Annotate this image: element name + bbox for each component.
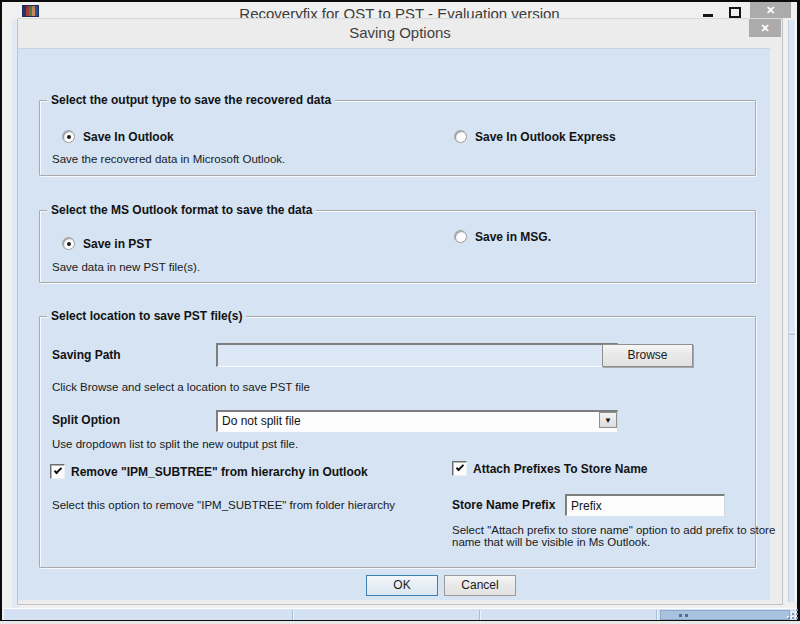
radio-save-in-outlook-express[interactable] — [454, 130, 467, 143]
app-icon — [22, 5, 39, 17]
statusbar-separator — [656, 610, 657, 620]
attach-prefix-label[interactable]: Attach Prefixes To Store Name — [473, 462, 648, 476]
cancel-button[interactable]: Cancel — [444, 575, 516, 596]
location-group-title: Select location to save PST file(s) — [47, 309, 246, 323]
resize-grip-icon[interactable] — [789, 610, 798, 619]
scrollbar-thumb[interactable] — [789, 332, 795, 335]
dialog-title: Saving Options — [18, 19, 782, 48]
format-group-title: Select the MS Outlook format to save the… — [47, 203, 316, 217]
radio-save-in-outlook-express-label[interactable]: Save In Outlook Express — [475, 130, 616, 144]
remove-subtree-checkbox[interactable] — [50, 464, 65, 479]
radio-save-in-msg[interactable] — [454, 230, 467, 243]
saving-path-label: Saving Path — [52, 348, 121, 362]
remove-subtree-hint: Select this option to remove "IPM_SUBTRE… — [52, 499, 397, 511]
checkmark-icon — [53, 466, 61, 474]
radio-dot — [67, 135, 71, 139]
output-type-group-title: Select the output type to save the recov… — [47, 93, 335, 107]
store-name-prefix-hint: Select "Attach prefix to store name" opt… — [452, 524, 782, 548]
radio-dot — [67, 242, 71, 246]
location-group: Select location to save PST file(s) Savi… — [39, 316, 756, 568]
checkmark-icon — [455, 463, 463, 471]
remove-subtree-label[interactable]: Remove "IPM_SUBTREE" from hierarchy in O… — [71, 465, 368, 479]
close-icon: ✕ — [766, 4, 775, 16]
status-bar — [4, 608, 796, 620]
store-name-prefix-input[interactable] — [565, 494, 725, 516]
output-type-description: Save the recovered data in Microsoft Out… — [52, 153, 285, 165]
statusbar-separator — [292, 610, 293, 620]
ok-button[interactable]: OK — [366, 575, 438, 596]
browse-button[interactable]: Browse — [602, 344, 693, 367]
store-name-prefix-label: Store Name Prefix — [452, 498, 555, 512]
parent-scrollbar[interactable] — [788, 20, 796, 602]
dialog-close-button[interactable]: ✕ — [749, 19, 781, 37]
saving-options-dialog: Saving Options ✕ Select the output type … — [17, 18, 783, 605]
format-description: Save data in new PST file(s). — [52, 261, 200, 273]
maximize-icon[interactable] — [729, 7, 741, 18]
saving-path-input[interactable] — [216, 343, 618, 367]
radio-save-in-msg-label[interactable]: Save in MSG. — [475, 230, 551, 244]
screenshot-root: Recoveryfix for OST to PST - Evaluation … — [0, 0, 800, 624]
chevron-down-icon[interactable]: ▼ — [599, 412, 617, 428]
format-group: Select the MS Outlook format to save the… — [39, 210, 756, 283]
split-option-label: Split Option — [52, 413, 120, 427]
output-type-group: Select the output type to save the recov… — [39, 100, 756, 176]
window-close-button[interactable]: ✕ — [750, 2, 791, 18]
split-option-hint: Use dropdown list to split the new outpu… — [52, 438, 298, 450]
radio-save-in-outlook-label[interactable]: Save In Outlook — [83, 130, 174, 144]
progress-dots-icon — [679, 614, 682, 617]
radio-save-in-pst[interactable] — [62, 237, 75, 250]
close-icon: ✕ — [760, 22, 769, 34]
radio-save-in-pst-label[interactable]: Save in PST — [83, 237, 152, 251]
split-option-value: Do not split file — [222, 413, 301, 430]
dialog-content: Select the output type to save the recov… — [18, 48, 770, 600]
split-option-dropdown[interactable]: Do not split file ▼ — [216, 410, 618, 432]
radio-save-in-outlook[interactable] — [62, 130, 75, 143]
statusbar-separator — [479, 610, 480, 620]
minimize-icon[interactable] — [703, 14, 713, 17]
statusbar-progress-segment — [660, 610, 790, 620]
saving-path-hint: Click Browse and select a location to sa… — [52, 381, 310, 393]
attach-prefix-checkbox[interactable] — [452, 461, 467, 476]
